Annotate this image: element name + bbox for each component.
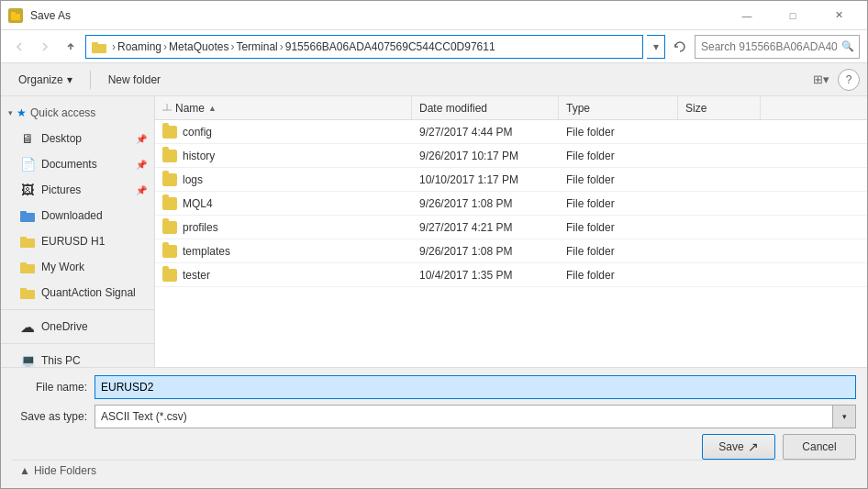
hide-folders-button[interactable]: ▲ Hide Folders <box>12 460 856 481</box>
quick-access-section: ▾ ★ Quick access 🖥 Desktop 📌 📄 Documents… <box>1 100 154 306</box>
save-cursor-icon: ↗ <box>748 439 759 454</box>
up-button[interactable] <box>60 36 82 58</box>
table-row[interactable]: templates 9/26/2017 1:08 PM File folder <box>155 239 867 263</box>
table-row[interactable]: logs 10/10/2017 1:17 PM File folder <box>155 168 867 192</box>
view-icon: ⊞ <box>813 72 823 86</box>
file-cell-date: 9/26/2017 1:08 PM <box>412 239 559 262</box>
file-name-text: profiles <box>183 221 218 234</box>
forward-button[interactable] <box>34 36 56 58</box>
minimize-button[interactable]: — <box>726 2 768 29</box>
filetype-label: Save as type: <box>12 410 95 423</box>
new-folder-button[interactable]: New folder <box>98 67 171 93</box>
col-header-size[interactable]: Size <box>678 96 761 119</box>
sidebar-item-eurusd[interactable]: EURUSD H1 <box>1 228 154 254</box>
sidebar-item-thispc[interactable]: 💻 This PC <box>1 348 154 367</box>
svg-rect-0 <box>11 14 20 20</box>
sidebar-item-mywork[interactable]: My Work <box>1 254 154 280</box>
mywork-label: My Work <box>41 261 84 273</box>
file-cell-size <box>678 216 761 239</box>
file-cell-type: File folder <box>559 168 678 191</box>
path-terminal[interactable]: Terminal <box>236 40 277 53</box>
close-button[interactable]: ✕ <box>818 2 860 29</box>
svg-rect-3 <box>92 42 98 46</box>
table-row[interactable]: MQL4 9/26/2017 1:08 PM File folder <box>155 192 867 216</box>
filename-input[interactable] <box>95 375 856 399</box>
file-cell-type: File folder <box>559 216 678 239</box>
file-cell-size <box>678 120 761 143</box>
filetype-select[interactable]: ASCII Text (*.csv) <box>95 405 856 428</box>
title-bar: Save As — □ ✕ <box>1 1 867 30</box>
file-cell-type: File folder <box>559 144 678 167</box>
new-folder-label: New folder <box>108 73 161 86</box>
sidebar-item-downloaded[interactable]: Downloaded <box>1 203 154 228</box>
path-separator-3: › <box>230 40 234 53</box>
sidebar-item-quantaction[interactable]: QuantAction Signal <box>1 280 154 306</box>
organize-button[interactable]: Organize ▾ <box>8 67 83 93</box>
col-header-name[interactable]: Name ▲ <box>155 96 412 119</box>
documents-icon: 📄 <box>19 156 36 172</box>
sidebar-item-pictures[interactable]: 🖼 Pictures 📌 <box>1 177 154 203</box>
path-guid[interactable]: 915566BA06ADA407569C544CC0D97611 <box>285 40 495 53</box>
toolbar: Organize ▾ New folder ⊞ ▾ ? <box>1 63 867 96</box>
address-path[interactable]: › Roaming › MetaQuotes › Terminal › 9155… <box>85 35 643 59</box>
maximize-button[interactable]: □ <box>772 2 814 29</box>
col-size-label: Size <box>685 102 707 115</box>
search-input[interactable] <box>695 35 860 59</box>
file-name-text: templates <box>183 245 230 258</box>
file-name-text: MQL4 <box>183 197 213 210</box>
sidebar-item-documents[interactable]: 📄 Documents 📌 <box>1 151 154 177</box>
sidebar-item-desktop[interactable]: 🖥 Desktop 📌 <box>1 126 154 151</box>
toolbar-separator <box>90 71 91 89</box>
file-name-text: tester <box>183 269 210 282</box>
search-icon: 🔍 <box>841 40 854 52</box>
table-row[interactable]: history 9/26/2017 10:17 PM File folder <box>155 144 867 168</box>
refresh-button[interactable] <box>669 36 691 58</box>
file-cell-size <box>678 144 761 167</box>
save-button[interactable]: Save ↗ <box>702 434 775 460</box>
address-dropdown[interactable]: ▾ <box>647 35 665 59</box>
documents-pin-icon: 📌 <box>136 160 147 170</box>
view-button[interactable]: ⊞ ▾ <box>808 67 834 93</box>
file-cell-name: logs <box>155 168 412 191</box>
save-label: Save <box>718 440 743 453</box>
file-list: Name ▲ Date modified Type Size config <box>155 96 867 367</box>
table-row[interactable]: tester 10/4/2017 1:35 PM File folder <box>155 263 867 287</box>
file-cell-name: MQL4 <box>155 192 412 215</box>
file-cell-name: tester <box>155 263 412 286</box>
col-name-label: Name <box>175 102 205 115</box>
quick-access-header[interactable]: ▾ ★ Quick access <box>1 100 154 126</box>
col-header-date[interactable]: Date modified <box>412 96 559 119</box>
file-cell-type: File folder <box>559 120 678 143</box>
file-name-text: logs <box>183 173 203 186</box>
filename-row: File name: <box>12 375 856 399</box>
svg-rect-11 <box>20 288 27 292</box>
folder-icon <box>162 126 177 139</box>
help-button[interactable]: ? <box>838 69 860 91</box>
sidebar-item-onedrive[interactable]: ☁ OneDrive <box>1 314 154 339</box>
path-metaquotes[interactable]: MetaQuotes <box>169 40 228 53</box>
path-roaming[interactable]: Roaming <box>117 40 161 53</box>
file-rows-container: config 9/27/2017 4:44 PM File folder his… <box>155 120 867 287</box>
table-row[interactable]: profiles 9/27/2017 4:21 PM File folder <box>155 216 867 239</box>
col-header-type[interactable]: Type <box>559 96 678 119</box>
folder-icon <box>162 221 177 234</box>
window-title: Save As <box>30 9 71 22</box>
dropdown-arrow-icon: ▾ <box>653 40 659 53</box>
eurusd-label: EURUSD H1 <box>41 235 105 248</box>
cancel-button[interactable]: Cancel <box>783 434 856 460</box>
file-cell-name: config <box>155 120 412 143</box>
hide-folders-label: Hide Folders <box>34 464 96 477</box>
back-button[interactable] <box>8 36 30 58</box>
content-area: ▾ ★ Quick access 🖥 Desktop 📌 📄 Documents… <box>1 96 867 367</box>
help-icon: ? <box>846 73 852 86</box>
table-row[interactable]: config 9/27/2017 4:44 PM File folder <box>155 120 867 144</box>
folder-icon <box>162 269 177 282</box>
eurusd-icon <box>19 233 36 250</box>
desktop-icon: 🖥 <box>19 130 36 147</box>
quick-access-chevron: ▾ <box>8 108 13 117</box>
file-name-text: config <box>183 126 212 139</box>
file-cell-size <box>678 263 761 286</box>
thispc-icon: 💻 <box>19 352 36 367</box>
quick-access-label: Quick access <box>30 106 95 119</box>
organize-dropdown-icon: ▾ <box>67 73 72 86</box>
